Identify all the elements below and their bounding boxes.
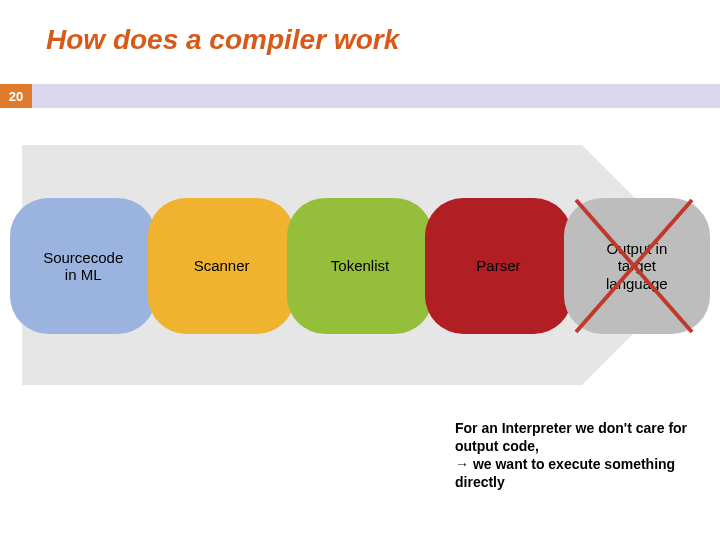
stage-scanner: Scanner xyxy=(148,198,294,334)
stage-label: Sourcecodein ML xyxy=(43,249,123,284)
stage-label: Parser xyxy=(476,257,520,274)
slide-number-badge: 20 xyxy=(0,84,32,108)
arrow-right-icon: → xyxy=(455,456,469,472)
stage-label: Output intargetlanguage xyxy=(606,240,668,292)
caption-line1: For an Interpreter we don't care for out… xyxy=(455,420,687,454)
slide-title: How does a compiler work xyxy=(46,24,399,56)
caption-text: For an Interpreter we don't care for out… xyxy=(455,420,703,492)
stage-output: Output intargetlanguage xyxy=(564,198,710,334)
stage-label: Scanner xyxy=(194,257,250,274)
slide-number-bar xyxy=(0,84,720,108)
stage-parser: Parser xyxy=(425,198,571,334)
stage-row: Sourcecodein ML Scanner Tokenlist Parser… xyxy=(10,198,710,334)
stage-sourcecode: Sourcecodein ML xyxy=(10,198,156,334)
stage-label: Tokenlist xyxy=(331,257,389,274)
stage-tokenlist: Tokenlist xyxy=(287,198,433,334)
caption-line2: we want to execute something directly xyxy=(455,456,675,490)
